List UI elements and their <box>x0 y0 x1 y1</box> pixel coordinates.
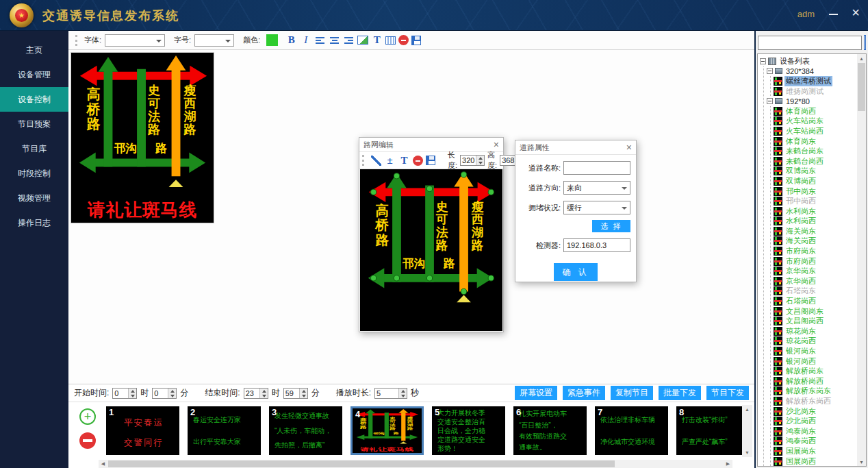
filmstrip-vertical-scrollbar[interactable]: ▲ ▼ <box>742 405 752 457</box>
start-minute-stepper[interactable]: 0 <box>152 388 177 399</box>
end-hour-stepper[interactable]: 23 <box>244 388 268 399</box>
sidebar-item-3[interactable]: 节目预案 <box>0 112 68 136</box>
sidebar-item-0[interactable]: 主页 <box>0 38 68 62</box>
tree-item-row[interactable]: 解放桥东岗东 <box>774 386 866 397</box>
scroll-left-icon[interactable]: ◀ <box>99 460 107 468</box>
image-icon[interactable] <box>357 36 368 45</box>
spin-up-icon[interactable] <box>399 389 407 393</box>
expander-icon[interactable] <box>767 68 773 74</box>
select-button[interactable]: 选 择 <box>592 220 630 232</box>
tree-item-row[interactable]: 琼花岗西 <box>774 336 866 347</box>
tree-item-row[interactable]: 体育岗西 <box>774 106 866 116</box>
sidebar-item-6[interactable]: 视频管理 <box>0 186 68 210</box>
length-stepper[interactable]: 320 <box>460 155 485 166</box>
font-size-select[interactable] <box>194 34 234 47</box>
save-icon[interactable] <box>411 36 421 45</box>
scroll-down-icon[interactable]: ▼ <box>742 448 752 457</box>
spin-up-icon[interactable] <box>476 156 484 160</box>
sidebar-item-2[interactable]: 设备控制 <box>0 87 68 112</box>
tree-item-row[interactable]: 市府岗西 <box>774 256 866 267</box>
scroll-up-icon[interactable]: ▲ <box>857 54 866 62</box>
close-icon[interactable]: × <box>626 143 632 152</box>
tree-item-row[interactable]: 文昌阁岗西 <box>774 316 866 326</box>
tree-grp-row[interactable]: 320*384 <box>767 66 866 77</box>
expander-icon[interactable] <box>767 98 773 104</box>
line-icon[interactable] <box>371 156 381 166</box>
end-minute-stepper[interactable]: 59 <box>283 388 308 399</box>
detector-input[interactable]: 192.168.0.3 <box>563 238 630 252</box>
confirm-button[interactable]: 确 认 <box>554 263 598 281</box>
tree-item-row[interactable]: 水利岗东 <box>774 206 866 217</box>
bold-icon[interactable]: B <box>285 34 297 46</box>
frame-thumbnail-8[interactable]: 8打击改装“炸街”严查严处“飙车” <box>676 406 743 455</box>
minimize-icon[interactable] <box>829 14 838 15</box>
align-center-icon[interactable] <box>329 34 340 46</box>
sidebar-item-4[interactable]: 节目库 <box>0 136 68 161</box>
filmstrip-horizontal-scrollbar[interactable]: ◀ ▶ <box>99 460 732 468</box>
tree-item-row[interactable]: 双博岗西 <box>774 176 866 186</box>
device-search-input[interactable] <box>758 36 862 50</box>
dialog-titlebar[interactable]: 道路属性 × <box>515 140 636 155</box>
frame-thumbnail-3[interactable]: 3发生轻微交通事故“人未伤，车能动，先拍照，后撤离” <box>269 406 342 455</box>
scrollbar-thumb[interactable] <box>108 460 615 467</box>
road-direction-select[interactable]: 来向 <box>563 181 630 195</box>
scrollbar-thumb[interactable] <box>858 63 865 111</box>
tree-item-row[interactable]: 海关岗东 <box>774 226 866 236</box>
text-icon[interactable]: T <box>398 155 410 167</box>
delete-icon[interactable] <box>413 156 423 166</box>
tree-item-row[interactable]: 沙北岗东 <box>774 406 866 417</box>
text-icon[interactable]: T <box>371 34 383 46</box>
start-hour-stepper[interactable]: 0 <box>112 388 137 399</box>
remove-frame-button[interactable] <box>79 432 96 449</box>
action-button-0[interactable]: 屏幕设置 <box>515 386 557 400</box>
save-icon[interactable] <box>426 156 435 165</box>
action-button-1[interactable]: 紧急事件 <box>563 386 605 400</box>
spin-down-icon[interactable] <box>399 393 407 398</box>
spin-down-icon[interactable] <box>476 160 484 165</box>
sidebar-item-7[interactable]: 操作日志 <box>0 210 68 235</box>
tree-item-row[interactable]: 鸿泰岗东 <box>774 426 866 436</box>
spin-down-icon[interactable] <box>168 393 176 398</box>
spin-up-icon[interactable] <box>168 389 176 393</box>
design-canvas[interactable]: 高桥路史可法路瘦西湖路邗沟路请礼让斑马线 路网编辑 × ±T 长度: 320 <box>68 50 754 384</box>
scroll-down-icon[interactable]: ▼ <box>857 458 866 466</box>
tree-item-row[interactable]: 火车站岗东 <box>774 116 866 127</box>
tree-item-row[interactable]: 水利岗西 <box>774 217 866 227</box>
tree-item-row[interactable]: 火车站岗西 <box>774 126 866 136</box>
tree-item-row[interactable]: 鸿泰岗西 <box>774 436 866 447</box>
font-select[interactable] <box>105 34 165 47</box>
tree-item-row[interactable]: 解放桥岗西 <box>774 376 866 386</box>
tree-item-row[interactable]: 银河岗东 <box>774 346 866 356</box>
expander-icon[interactable] <box>760 58 766 64</box>
toolbar-grip[interactable] <box>75 35 78 46</box>
tree-item-row[interactable]: 银河岗西 <box>774 356 866 367</box>
dialog-titlebar[interactable]: 路网编辑 × <box>359 138 503 152</box>
tree-root-row[interactable]: 设备列表 <box>760 56 866 66</box>
tree-item-row[interactable]: 海关岗西 <box>774 236 866 247</box>
action-button-2[interactable]: 复制节目 <box>611 386 653 400</box>
congestion-select[interactable]: 缓行 <box>563 201 630 214</box>
tree-item-row[interactable]: 邗中岗西 <box>774 196 866 206</box>
tree-item-row[interactable]: 体育岗东 <box>774 136 866 147</box>
tree-scrollbar[interactable]: ▲ ▼ <box>857 54 866 466</box>
username[interactable]: adm <box>797 9 815 19</box>
tree-item-row[interactable]: 京华岗东 <box>774 266 866 276</box>
frame-thumbnail-4[interactable]: 4高桥路史可法路瘦西湖路邗沟路请礼让斑马线 <box>350 406 424 455</box>
sidebar-item-1[interactable]: 设备管理 <box>0 62 68 87</box>
frame-thumbnail-1[interactable]: 1平安春运交警同行 <box>106 406 179 455</box>
action-button-4[interactable]: 节目下发 <box>706 386 749 400</box>
color-swatch[interactable] <box>266 34 278 46</box>
toolbar-grip[interactable] <box>362 155 364 166</box>
tree-item-row[interactable]: 解放桥东岗西 <box>774 396 866 406</box>
action-button-3[interactable]: 批量下发 <box>659 386 701 400</box>
sidebar-item-5[interactable]: 时段控制 <box>0 161 68 186</box>
tree-item-row[interactable]: 石塔岗东 <box>774 286 866 297</box>
spin-down-icon[interactable] <box>300 393 307 398</box>
search-button[interactable] <box>864 35 866 50</box>
tree-item-row[interactable]: 解放桥岗东 <box>774 366 866 376</box>
spin-up-icon[interactable] <box>260 389 268 393</box>
duration-stepper[interactable]: 5 <box>374 388 407 399</box>
frame-thumbnail-5[interactable]: 5大力开展秋冬季交通安全整治百日会战，全力稳定道路交通安全形势！ <box>432 406 505 455</box>
tree-item-row[interactable]: 市府岗东 <box>774 246 866 256</box>
tree-item-row[interactable]: 沙北岗西 <box>774 416 866 426</box>
